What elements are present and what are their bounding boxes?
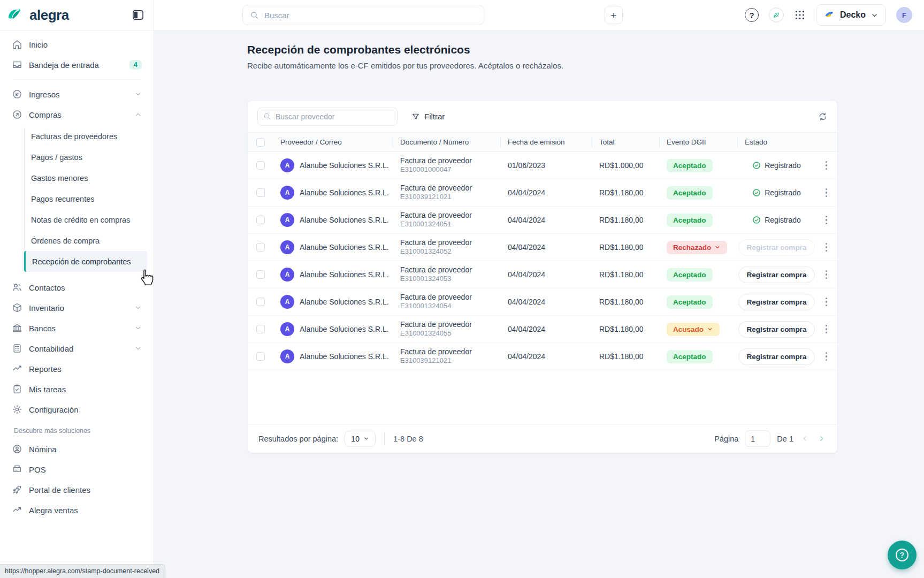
kebab-menu-icon[interactable]: [823, 350, 830, 363]
workspace-switcher[interactable]: Decko: [816, 4, 886, 26]
row-checkbox[interactable]: [256, 243, 265, 252]
sidebar-item-inventario[interactable]: Inventario: [6, 298, 147, 318]
chevron-left-icon: [801, 435, 809, 443]
sidebar-item-compras[interactable]: Compras: [6, 104, 147, 125]
provider-search[interactable]: [257, 108, 398, 126]
pagination-bar: Resultados por página: 10 1-8 De 8 Págin…: [248, 424, 837, 453]
sidebar-item-nomina[interactable]: Nómina: [6, 439, 147, 459]
sidebar-item-bandeja[interactable]: Bandeja de entrada 4: [6, 55, 147, 75]
compras-submenu: Facturas de proveedores Pagos / gastos G…: [6, 126, 147, 272]
apps-grid-icon[interactable]: [794, 9, 806, 21]
submenu-pagos-recurrentes[interactable]: Pagos recurrentes: [6, 188, 147, 209]
row-checkbox[interactable]: [256, 325, 265, 333]
submenu-gastos-menores[interactable]: Gastos menores: [6, 168, 147, 188]
kebab-menu-icon[interactable]: [823, 323, 830, 336]
dgii-event-badge: Aceptado: [667, 186, 713, 200]
sidebar-item-reportes[interactable]: Reportes: [6, 359, 147, 379]
sidebar-item-alegra-ventas[interactable]: Alegra ventas: [6, 500, 147, 520]
refresh-button[interactable]: [818, 112, 828, 121]
register-purchase-button[interactable]: Registrar compra: [738, 321, 815, 338]
register-purchase-button[interactable]: Registrar compra: [738, 294, 815, 310]
sidebar-item-inicio[interactable]: Inicio: [6, 34, 147, 55]
funnel-icon: [411, 112, 420, 121]
submenu-pagos-gastos[interactable]: Pagos / gastos: [6, 147, 147, 168]
kebab-menu-icon[interactable]: [823, 241, 830, 254]
register-purchase-button[interactable]: Registrar compra: [738, 348, 815, 365]
register-purchase-button[interactable]: Registrar compra: [738, 267, 815, 283]
row-checkbox[interactable]: [256, 161, 265, 170]
column-header-proveedor: Proveedor / Correo: [273, 133, 393, 151]
next-page-button[interactable]: [816, 435, 827, 443]
sidebar-item-pos[interactable]: POS: [6, 459, 147, 480]
kebab-menu-icon[interactable]: [823, 214, 830, 227]
page-size-select[interactable]: 10: [345, 431, 376, 447]
alegra-logo[interactable]: alegra: [7, 7, 69, 24]
chart-line-icon: [12, 363, 22, 374]
row-checkbox[interactable]: [256, 298, 265, 306]
sidebar-item-contabilidad[interactable]: Contabilidad: [6, 338, 147, 359]
workspace-logo-icon: [823, 9, 835, 21]
global-search[interactable]: [242, 5, 484, 25]
chevron-up-icon: [134, 111, 142, 118]
table-row: AAlanube Soluciones S.R.L. Factura de pr…: [248, 152, 837, 179]
page-number-input[interactable]: [745, 430, 770, 447]
sidebar-item-configuracion[interactable]: Configuración: [6, 399, 147, 420]
table-row: AAlanube Soluciones S.R.L. Factura de pr…: [248, 343, 837, 370]
plan-leaf-icon[interactable]: [769, 7, 784, 22]
submenu-notas-credito[interactable]: Notas de crédito en compras: [6, 209, 147, 230]
quick-create-button[interactable]: +: [605, 6, 623, 24]
sidebar: alegra Inicio Bandeja de entrada 4 Ingre…: [0, 0, 154, 578]
row-checkbox[interactable]: [256, 216, 265, 224]
submenu-recepcion-comprobantes[interactable]: Recepción de comprobantes: [24, 251, 147, 272]
kebab-menu-icon[interactable]: [823, 186, 830, 200]
submenu-facturas-proveedores[interactable]: Facturas de proveedores: [6, 126, 147, 147]
dgii-event-badge: Aceptado: [667, 214, 713, 227]
sidebar-item-ingresos[interactable]: Ingresos: [6, 84, 147, 104]
contacts-icon: [12, 282, 22, 293]
provider-avatar: A: [280, 240, 294, 254]
inbox-icon: [12, 59, 22, 70]
kebab-menu-icon[interactable]: [823, 295, 830, 309]
table-row: AAlanube Soluciones S.R.L. Factura de pr…: [248, 261, 837, 288]
row-checkbox[interactable]: [256, 188, 265, 197]
sidebar-item-label: POS: [29, 465, 46, 474]
provider-avatar: A: [280, 213, 294, 227]
emission-date: 04/04/2024: [501, 243, 592, 252]
floating-help-button[interactable]: ?: [888, 541, 917, 569]
provider-name: Alanube Soluciones S.R.L.: [300, 325, 389, 333]
global-search-input[interactable]: [264, 11, 477, 20]
provider-avatar: A: [280, 322, 294, 336]
row-checkbox[interactable]: [256, 352, 265, 361]
emission-date: 04/04/2024: [501, 298, 592, 306]
emission-date: 01/06/2023: [501, 161, 592, 170]
sidebar-item-contactos[interactable]: Contactos: [6, 277, 147, 298]
main-content: Recepción de comprobantes electrónicos R…: [154, 31, 924, 578]
dgii-event-badge[interactable]: Acusado: [667, 323, 720, 336]
help-icon[interactable]: ?: [745, 8, 759, 22]
workspace-name: Decko: [840, 10, 866, 20]
sidebar-collapse-icon[interactable]: [132, 10, 144, 20]
sidebar-item-portal-clientes[interactable]: Portal de clientes: [6, 480, 147, 500]
sidebar-item-mis-tareas[interactable]: Mis tareas: [6, 379, 147, 399]
pos-printer-icon: [12, 464, 22, 475]
payroll-icon: [12, 444, 22, 454]
provider-search-input[interactable]: [276, 112, 392, 121]
footer-divider: [384, 432, 385, 446]
results-per-page-label: Resultados por página:: [258, 435, 338, 443]
filter-button[interactable]: Filtrar: [411, 112, 445, 121]
user-avatar[interactable]: F: [896, 7, 912, 23]
row-checkbox[interactable]: [256, 270, 265, 279]
sidebar-item-bancos[interactable]: Bancos: [6, 318, 147, 338]
column-header-documento: Documento / Número: [393, 133, 501, 151]
page-subtitle: Recibe automáticamente los e-CF emitidos…: [247, 61, 563, 70]
dgii-event-badge[interactable]: Rechazado: [667, 241, 727, 254]
provider-avatar: A: [280, 158, 294, 172]
submenu-ordenes-compra[interactable]: Órdenes de compra: [6, 230, 147, 251]
prev-page-button[interactable]: [800, 435, 810, 443]
document-number: E310001324053: [400, 275, 501, 284]
provider-name: Alanube Soluciones S.R.L.: [300, 188, 389, 197]
kebab-menu-icon[interactable]: [823, 268, 830, 282]
kebab-menu-icon[interactable]: [823, 159, 830, 172]
select-all-checkbox[interactable]: [256, 138, 265, 147]
dgii-event-badge: Aceptado: [667, 350, 713, 363]
